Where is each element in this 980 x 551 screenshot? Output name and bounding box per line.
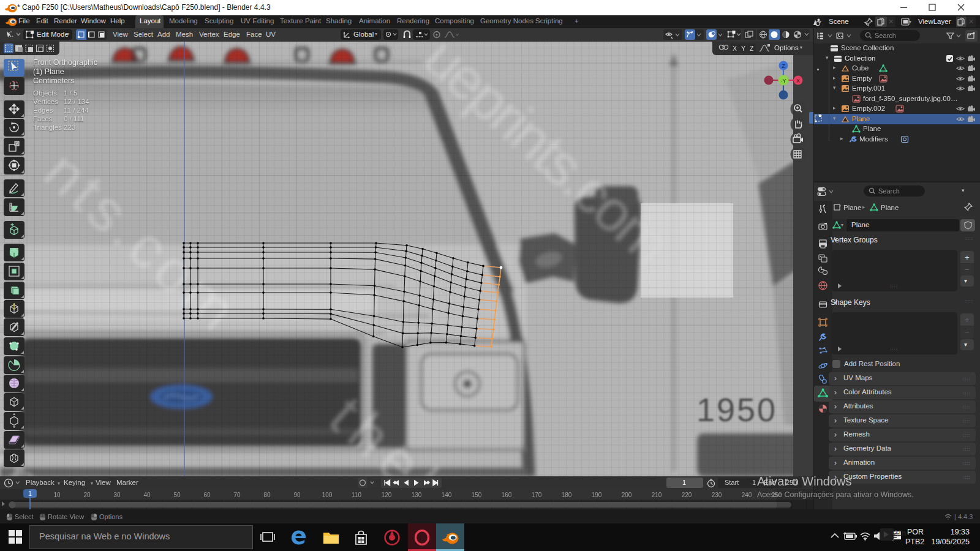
svg-text:-Y: -Y [781,78,786,84]
svg-text:Z: Z [782,63,785,69]
svg-text:X: X [796,78,800,84]
